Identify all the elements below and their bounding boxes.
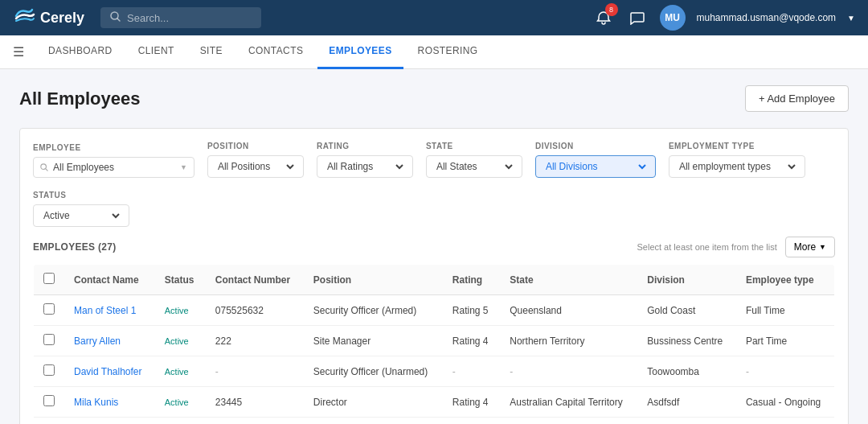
- col-rating: Rating: [443, 265, 500, 295]
- menu-bar: ☰ DASHBOARD CLIENT SITE CONTACTS EMPLOYE…: [0, 35, 868, 69]
- row-position: Director: [304, 387, 443, 418]
- position-dropdown[interactable]: All Positions: [215, 160, 297, 173]
- svg-line-3: [46, 169, 47, 171]
- filter-division-label: DIVISION: [535, 142, 656, 150]
- table-row: Thilina Wasala Active - - - - - -: [34, 418, 835, 425]
- col-division: Division: [637, 265, 736, 295]
- row-state: -: [500, 356, 637, 387]
- main-content: All Employees + Add Employee EMPLOYEE ▼ …: [0, 69, 868, 424]
- division-dropdown[interactable]: All Divisions: [542, 160, 649, 173]
- row-name: David Thalhofer: [64, 356, 155, 387]
- rating-select[interactable]: All Ratings: [317, 155, 413, 178]
- row-division: Asdfsdf: [637, 387, 736, 418]
- employee-search-input[interactable]: ▼: [33, 157, 194, 178]
- table-header: Contact Name Status Contact Number Posit…: [34, 265, 835, 295]
- col-state: State: [500, 265, 637, 295]
- col-employee-type: Employee type: [736, 265, 835, 295]
- row-rating: -: [443, 356, 500, 387]
- row-contact: -: [206, 418, 304, 425]
- row-checkbox-cell: [34, 326, 65, 356]
- row-division: Gold Coast: [637, 295, 736, 326]
- col-position: Position: [304, 265, 443, 295]
- row-contact: 075525632: [206, 295, 304, 326]
- employee-name-link[interactable]: Man of Steel 1: [74, 305, 136, 316]
- row-employee-type: -: [736, 356, 835, 387]
- division-select[interactable]: All Divisions: [535, 155, 656, 178]
- row-position: Security Officer (Unarmed): [304, 356, 443, 387]
- row-name: Thilina Wasala: [64, 418, 155, 425]
- state-dropdown[interactable]: All States: [433, 160, 515, 173]
- search-bar[interactable]: Search...: [100, 7, 261, 28]
- nav-dashboard[interactable]: DASHBOARD: [37, 35, 124, 69]
- row-contact: 222: [206, 326, 304, 356]
- row-division: Toowoomba: [637, 356, 736, 387]
- employee-search-field[interactable]: [53, 162, 175, 173]
- employee-dropdown-icon[interactable]: ▼: [180, 163, 187, 171]
- filter-rating: RATING All Ratings: [317, 142, 413, 178]
- filter-employee-label: EMPLOYEE: [33, 143, 194, 152]
- filter-employment-type: EMPLOYMENT TYPE All employment types: [669, 142, 805, 178]
- hamburger-icon[interactable]: ☰: [13, 44, 24, 60]
- row-status: Active: [155, 356, 206, 387]
- state-select[interactable]: All States: [426, 155, 522, 178]
- filter-position-label: POSITION: [207, 142, 304, 150]
- row-status: Active: [155, 418, 206, 425]
- row-state: Queensland: [500, 295, 637, 326]
- notifications-button[interactable]: 8: [592, 6, 615, 29]
- logo-icon: [13, 7, 35, 29]
- select-all-checkbox[interactable]: [43, 273, 55, 284]
- top-navigation: Cerely Search... 8 MU muhammad.usman@vqo…: [0, 0, 868, 35]
- employee-name-link[interactable]: Barry Allen: [74, 335, 121, 347]
- status-badge: Active: [165, 397, 189, 407]
- col-status: Status: [155, 265, 206, 295]
- more-chevron-icon: ▼: [819, 243, 826, 251]
- svg-line-1: [117, 19, 120, 21]
- search-icon: [110, 11, 121, 24]
- row-name: Barry Allen: [64, 326, 155, 356]
- status-dropdown[interactable]: Active Inactive: [40, 209, 122, 222]
- filter-row: EMPLOYEE ▼ POSITION All Positions RATING: [33, 142, 835, 227]
- row-position: Security Officer (Armed): [304, 295, 443, 326]
- row-position: Site Manager: [304, 326, 443, 356]
- status-badge: Active: [165, 367, 189, 377]
- top-nav-right: 8 MU muhammad.usman@vqode.com ▼: [592, 5, 856, 31]
- row-rating: Rating 5: [443, 295, 500, 326]
- position-select[interactable]: All Positions: [207, 155, 304, 178]
- row-state: -: [500, 418, 637, 425]
- status-select[interactable]: Active Inactive: [33, 204, 129, 227]
- user-dropdown-icon[interactable]: ▼: [847, 14, 855, 23]
- row-state: Northern Territory: [500, 326, 637, 356]
- row-division: -: [637, 418, 736, 425]
- row-checkbox-cell: [34, 295, 65, 326]
- page-title: All Employees: [19, 89, 140, 109]
- nav-employees[interactable]: EMPLOYEES: [317, 35, 403, 69]
- row-checkbox[interactable]: [43, 334, 55, 345]
- row-division: Bussiness Centre: [637, 326, 736, 356]
- filter-division: DIVISION All Divisions: [535, 142, 656, 178]
- row-rating: Rating 4: [443, 326, 500, 356]
- nav-client[interactable]: CLIENT: [127, 35, 186, 69]
- employee-name-link[interactable]: Mila Kunis: [74, 397, 118, 408]
- employee-name-link[interactable]: David Thalhofer: [74, 366, 142, 377]
- nav-rostering[interactable]: ROSTERING: [407, 35, 489, 69]
- filter-employee: EMPLOYEE ▼: [33, 143, 194, 178]
- table-header-row: EMPLOYEES (27) Select at least one item …: [33, 227, 835, 264]
- row-status: Active: [155, 295, 206, 326]
- more-button[interactable]: More ▼: [785, 237, 835, 257]
- employment-type-select[interactable]: All employment types: [669, 155, 805, 178]
- row-contact: -: [206, 356, 304, 387]
- nav-site[interactable]: SITE: [189, 35, 234, 69]
- avatar[interactable]: MU: [660, 5, 686, 31]
- messages-button[interactable]: [626, 6, 649, 29]
- row-checkbox[interactable]: [43, 303, 55, 315]
- user-name[interactable]: muhammad.usman@vqode.com: [697, 12, 837, 23]
- notification-badge: 8: [605, 3, 618, 16]
- row-checkbox[interactable]: [43, 395, 55, 406]
- rating-dropdown[interactable]: All Ratings: [324, 160, 406, 173]
- filter-section: EMPLOYEE ▼ POSITION All Positions RATING: [19, 128, 849, 424]
- nav-contacts[interactable]: CONTACTS: [237, 35, 314, 69]
- add-employee-button[interactable]: + Add Employee: [745, 85, 849, 112]
- logo[interactable]: Cerely: [13, 7, 84, 29]
- employment-type-dropdown[interactable]: All employment types: [676, 160, 798, 173]
- row-checkbox[interactable]: [43, 364, 55, 376]
